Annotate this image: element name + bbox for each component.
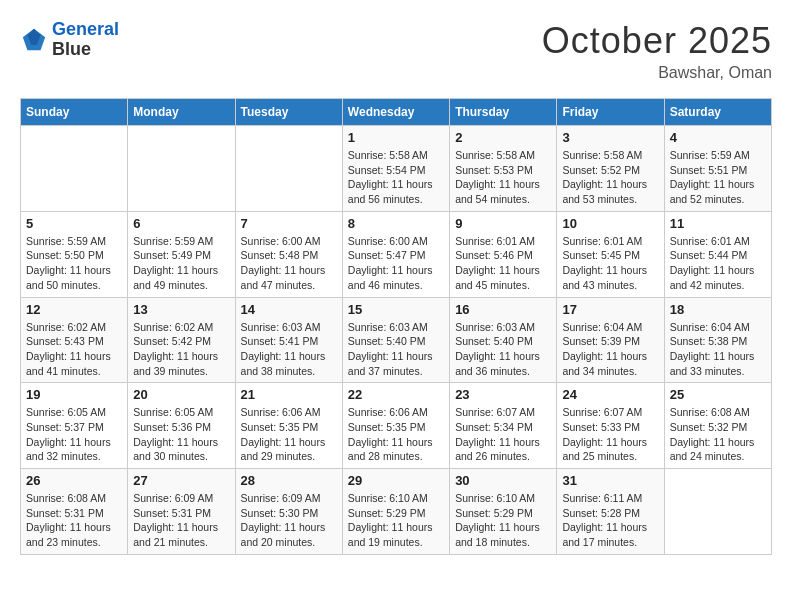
day-detail: Sunrise: 6:10 AM Sunset: 5:29 PM Dayligh… (455, 491, 551, 550)
calendar-cell: 21Sunrise: 6:06 AM Sunset: 5:35 PM Dayli… (235, 383, 342, 469)
day-number: 15 (348, 302, 444, 317)
calendar-cell: 3Sunrise: 5:58 AM Sunset: 5:52 PM Daylig… (557, 126, 664, 212)
day-number: 14 (241, 302, 337, 317)
day-detail: Sunrise: 6:05 AM Sunset: 5:36 PM Dayligh… (133, 405, 229, 464)
calendar-cell: 12Sunrise: 6:02 AM Sunset: 5:43 PM Dayli… (21, 297, 128, 383)
header-row: SundayMondayTuesdayWednesdayThursdayFrid… (21, 99, 772, 126)
calendar-cell: 18Sunrise: 6:04 AM Sunset: 5:38 PM Dayli… (664, 297, 771, 383)
location-title: Bawshar, Oman (542, 64, 772, 82)
calendar-cell: 29Sunrise: 6:10 AM Sunset: 5:29 PM Dayli… (342, 469, 449, 555)
day-detail: Sunrise: 6:08 AM Sunset: 5:31 PM Dayligh… (26, 491, 122, 550)
calendar-cell: 22Sunrise: 6:06 AM Sunset: 5:35 PM Dayli… (342, 383, 449, 469)
logo-icon (20, 26, 48, 54)
day-number: 7 (241, 216, 337, 231)
day-detail: Sunrise: 6:05 AM Sunset: 5:37 PM Dayligh… (26, 405, 122, 464)
day-number: 23 (455, 387, 551, 402)
day-detail: Sunrise: 6:02 AM Sunset: 5:42 PM Dayligh… (133, 320, 229, 379)
calendar-cell (128, 126, 235, 212)
day-number: 19 (26, 387, 122, 402)
day-number: 11 (670, 216, 766, 231)
day-detail: Sunrise: 6:00 AM Sunset: 5:48 PM Dayligh… (241, 234, 337, 293)
day-detail: Sunrise: 5:58 AM Sunset: 5:53 PM Dayligh… (455, 148, 551, 207)
day-detail: Sunrise: 5:59 AM Sunset: 5:49 PM Dayligh… (133, 234, 229, 293)
day-detail: Sunrise: 5:59 AM Sunset: 5:50 PM Dayligh… (26, 234, 122, 293)
calendar-cell: 15Sunrise: 6:03 AM Sunset: 5:40 PM Dayli… (342, 297, 449, 383)
calendar-cell (235, 126, 342, 212)
calendar-cell: 1Sunrise: 5:58 AM Sunset: 5:54 PM Daylig… (342, 126, 449, 212)
calendar-cell (21, 126, 128, 212)
calendar-cell: 16Sunrise: 6:03 AM Sunset: 5:40 PM Dayli… (450, 297, 557, 383)
calendar-cell: 24Sunrise: 6:07 AM Sunset: 5:33 PM Dayli… (557, 383, 664, 469)
calendar-cell: 13Sunrise: 6:02 AM Sunset: 5:42 PM Dayli… (128, 297, 235, 383)
header-friday: Friday (557, 99, 664, 126)
day-detail: Sunrise: 6:08 AM Sunset: 5:32 PM Dayligh… (670, 405, 766, 464)
day-number: 26 (26, 473, 122, 488)
day-detail: Sunrise: 6:03 AM Sunset: 5:41 PM Dayligh… (241, 320, 337, 379)
day-number: 28 (241, 473, 337, 488)
day-number: 10 (562, 216, 658, 231)
calendar-cell: 5Sunrise: 5:59 AM Sunset: 5:50 PM Daylig… (21, 211, 128, 297)
day-detail: Sunrise: 6:06 AM Sunset: 5:35 PM Dayligh… (348, 405, 444, 464)
day-number: 16 (455, 302, 551, 317)
logo-line2: Blue (52, 40, 119, 60)
calendar-cell: 28Sunrise: 6:09 AM Sunset: 5:30 PM Dayli… (235, 469, 342, 555)
day-detail: Sunrise: 6:09 AM Sunset: 5:31 PM Dayligh… (133, 491, 229, 550)
day-detail: Sunrise: 5:58 AM Sunset: 5:54 PM Dayligh… (348, 148, 444, 207)
calendar-cell: 6Sunrise: 5:59 AM Sunset: 5:49 PM Daylig… (128, 211, 235, 297)
title-block: October 2025 Bawshar, Oman (542, 20, 772, 82)
day-detail: Sunrise: 6:03 AM Sunset: 5:40 PM Dayligh… (455, 320, 551, 379)
day-number: 18 (670, 302, 766, 317)
day-number: 5 (26, 216, 122, 231)
calendar-cell: 27Sunrise: 6:09 AM Sunset: 5:31 PM Dayli… (128, 469, 235, 555)
week-row-2: 12Sunrise: 6:02 AM Sunset: 5:43 PM Dayli… (21, 297, 772, 383)
calendar-header: SundayMondayTuesdayWednesdayThursdayFrid… (21, 99, 772, 126)
header-sunday: Sunday (21, 99, 128, 126)
day-number: 17 (562, 302, 658, 317)
day-number: 13 (133, 302, 229, 317)
header-thursday: Thursday (450, 99, 557, 126)
page-header: General Blue October 2025 Bawshar, Oman (20, 20, 772, 82)
calendar-table: SundayMondayTuesdayWednesdayThursdayFrid… (20, 98, 772, 555)
logo: General Blue (20, 20, 119, 60)
day-number: 6 (133, 216, 229, 231)
day-detail: Sunrise: 6:01 AM Sunset: 5:45 PM Dayligh… (562, 234, 658, 293)
day-number: 22 (348, 387, 444, 402)
calendar-cell: 14Sunrise: 6:03 AM Sunset: 5:41 PM Dayli… (235, 297, 342, 383)
day-number: 31 (562, 473, 658, 488)
day-number: 1 (348, 130, 444, 145)
day-detail: Sunrise: 6:02 AM Sunset: 5:43 PM Dayligh… (26, 320, 122, 379)
week-row-1: 5Sunrise: 5:59 AM Sunset: 5:50 PM Daylig… (21, 211, 772, 297)
day-detail: Sunrise: 6:10 AM Sunset: 5:29 PM Dayligh… (348, 491, 444, 550)
calendar-cell: 31Sunrise: 6:11 AM Sunset: 5:28 PM Dayli… (557, 469, 664, 555)
day-detail: Sunrise: 6:06 AM Sunset: 5:35 PM Dayligh… (241, 405, 337, 464)
day-number: 4 (670, 130, 766, 145)
header-tuesday: Tuesday (235, 99, 342, 126)
day-number: 25 (670, 387, 766, 402)
day-number: 3 (562, 130, 658, 145)
day-number: 9 (455, 216, 551, 231)
day-detail: Sunrise: 6:04 AM Sunset: 5:39 PM Dayligh… (562, 320, 658, 379)
calendar-body: 1Sunrise: 5:58 AM Sunset: 5:54 PM Daylig… (21, 126, 772, 555)
calendar-cell: 9Sunrise: 6:01 AM Sunset: 5:46 PM Daylig… (450, 211, 557, 297)
day-detail: Sunrise: 6:01 AM Sunset: 5:44 PM Dayligh… (670, 234, 766, 293)
calendar-cell: 19Sunrise: 6:05 AM Sunset: 5:37 PM Dayli… (21, 383, 128, 469)
day-detail: Sunrise: 6:01 AM Sunset: 5:46 PM Dayligh… (455, 234, 551, 293)
day-detail: Sunrise: 6:03 AM Sunset: 5:40 PM Dayligh… (348, 320, 444, 379)
logo-line1: General (52, 19, 119, 39)
month-title: October 2025 (542, 20, 772, 62)
week-row-4: 26Sunrise: 6:08 AM Sunset: 5:31 PM Dayli… (21, 469, 772, 555)
logo-text: General Blue (52, 20, 119, 60)
calendar-cell: 4Sunrise: 5:59 AM Sunset: 5:51 PM Daylig… (664, 126, 771, 212)
calendar-cell: 20Sunrise: 6:05 AM Sunset: 5:36 PM Dayli… (128, 383, 235, 469)
day-detail: Sunrise: 6:07 AM Sunset: 5:34 PM Dayligh… (455, 405, 551, 464)
day-detail: Sunrise: 6:07 AM Sunset: 5:33 PM Dayligh… (562, 405, 658, 464)
day-number: 8 (348, 216, 444, 231)
header-saturday: Saturday (664, 99, 771, 126)
day-number: 30 (455, 473, 551, 488)
calendar-cell: 10Sunrise: 6:01 AM Sunset: 5:45 PM Dayli… (557, 211, 664, 297)
calendar-cell: 23Sunrise: 6:07 AM Sunset: 5:34 PM Dayli… (450, 383, 557, 469)
calendar-cell: 30Sunrise: 6:10 AM Sunset: 5:29 PM Dayli… (450, 469, 557, 555)
calendar-cell: 26Sunrise: 6:08 AM Sunset: 5:31 PM Dayli… (21, 469, 128, 555)
week-row-0: 1Sunrise: 5:58 AM Sunset: 5:54 PM Daylig… (21, 126, 772, 212)
day-number: 20 (133, 387, 229, 402)
